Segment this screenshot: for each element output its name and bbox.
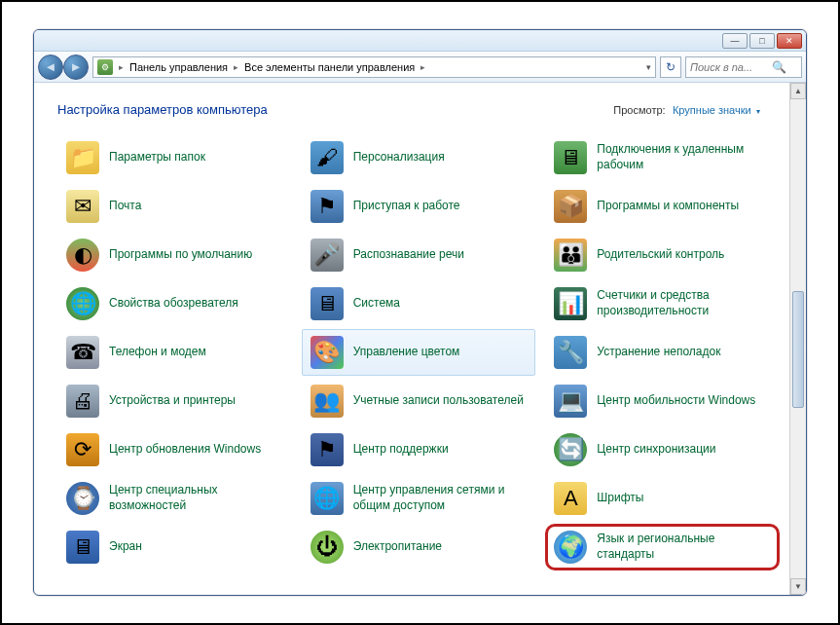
item-label: Центр мобильности Windows <box>597 393 755 409</box>
item-label: Подключения к удаленным рабочим <box>597 142 771 172</box>
item-label: Телефон и модем <box>109 345 206 360</box>
ic-color-icon: 🎨 <box>310 336 344 369</box>
close-button[interactable]: ✕ <box>777 33 802 49</box>
control-panel-item[interactable]: 🎤Распознавание речи <box>302 232 536 278</box>
control-panel-item[interactable]: 🎨Управление цветом <box>302 329 536 376</box>
control-panel-window: — □ ✕ ◄ ► ⚙ ▸ Панель управления ▸ Все эл… <box>33 29 807 596</box>
ic-net-icon: 🌐 <box>310 482 344 515</box>
navbar: ◄ ► ⚙ ▸ Панель управления ▸ Все элементы… <box>34 52 806 83</box>
control-panel-item[interactable]: ⚑Центр поддержки <box>302 426 536 473</box>
control-panel-item[interactable]: 🔧Устранение неполадок <box>545 329 780 376</box>
control-panel-item[interactable]: 📁Параметры папок <box>57 134 292 181</box>
control-panel-item[interactable]: 🌐Свойства обозревателя <box>57 280 292 327</box>
control-panel-item[interactable]: 📦Программы и компоненты <box>545 183 780 230</box>
control-panel-item[interactable]: AШрифты <box>545 475 780 522</box>
minimize-button[interactable]: — <box>722 33 748 49</box>
main-content: Настройка параметров компьютера Просмотр… <box>34 83 789 595</box>
control-panel-item[interactable]: 🖥Система <box>302 280 536 327</box>
ic-print-icon: 🖨 <box>66 385 99 418</box>
ic-globe-icon: 🌐 <box>66 287 99 320</box>
address-bar[interactable]: ⚙ ▸ Панель управления ▸ Все элементы пан… <box>92 56 656 78</box>
scroll-down-button[interactable]: ▼ <box>790 578 806 595</box>
scroll-track[interactable] <box>790 99 806 578</box>
scroll-up-button[interactable]: ▲ <box>790 83 806 99</box>
item-label: Параметры папок <box>109 150 205 165</box>
item-label: Центр синхронизации <box>597 442 715 458</box>
ic-update-icon: ⟳ <box>66 433 99 466</box>
ic-rdp-icon: 🖥 <box>554 141 587 174</box>
item-label: Свойства обозревателя <box>109 296 238 312</box>
control-panel-item[interactable]: 👥Учетные записи пользователей <box>302 378 536 424</box>
item-label: Центр управления сетями и общим доступом <box>353 483 528 513</box>
control-panel-item[interactable]: 🖥Подключения к удаленным рабочим <box>545 134 780 181</box>
items-grid: 📁Параметры папок🖌Персонализация🖥Подключе… <box>57 134 780 570</box>
ic-mail-icon: ✉ <box>66 190 99 223</box>
item-label: Программы и компоненты <box>597 199 739 214</box>
view-label: Просмотр: <box>613 104 665 116</box>
item-label: Программы по умолчанию <box>109 247 252 263</box>
search-input[interactable] <box>690 61 768 73</box>
control-panel-item[interactable]: 🖥Экран <box>57 524 292 570</box>
scroll-thumb[interactable] <box>792 291 804 408</box>
ic-sync-icon: 🔄 <box>554 433 587 466</box>
item-label: Распознавание речи <box>353 247 464 263</box>
item-label: Родительский контроль <box>597 247 724 263</box>
breadcrumb-root[interactable]: Панель управления <box>129 61 228 73</box>
ic-users-icon: 👥 <box>310 385 344 418</box>
item-label: Центр обновления Windows <box>109 442 261 458</box>
control-panel-item[interactable]: 🖨Устройства и принтеры <box>57 378 292 424</box>
ic-mic-icon: 🎤 <box>310 239 344 272</box>
control-panel-item[interactable]: 📊Счетчики и средства производительности <box>545 280 780 327</box>
ic-perf-icon: 📊 <box>554 287 587 320</box>
ic-special-icon: ⌚ <box>66 482 99 515</box>
breadcrumb-sep: ▸ <box>234 62 238 72</box>
back-button[interactable]: ◄ <box>38 55 63 80</box>
ic-folder-icon: 📁 <box>66 141 99 174</box>
control-panel-item[interactable]: 🌐Центр управления сетями и общим доступо… <box>302 475 536 522</box>
view-selector[interactable]: Крупные значки <box>673 104 751 116</box>
control-panel-item[interactable]: 👪Родительский контроль <box>545 232 780 278</box>
chevron-down-icon: ▾ <box>756 107 760 116</box>
control-panel-item[interactable]: ✉Почта <box>57 183 292 230</box>
breadcrumb-sub[interactable]: Все элементы панели управления <box>244 61 415 73</box>
ic-screen-icon: 🖥 <box>66 531 99 564</box>
item-label: Почта <box>109 199 141 214</box>
refresh-button[interactable]: ↻ <box>660 56 681 78</box>
forward-button[interactable]: ► <box>63 55 89 80</box>
control-panel-item[interactable]: ⟳Центр обновления Windows <box>57 426 292 473</box>
scrollbar[interactable]: ▲ ▼ <box>789 83 806 595</box>
item-label: Система <box>353 296 400 312</box>
breadcrumb-sep: ▸ <box>119 62 124 72</box>
control-panel-item[interactable]: 🌍Язык и региональные стандарты <box>545 524 780 570</box>
ic-brush-icon: 🖌 <box>310 141 344 174</box>
control-panel-item[interactable]: ⚑Приступая к работе <box>302 183 536 230</box>
search-icon: 🔍 <box>772 60 786 74</box>
control-panel-item[interactable]: 🔄Центр синхронизации <box>545 426 780 473</box>
breadcrumb-sep: ▸ <box>420 62 425 72</box>
ic-flag-icon: ⚑ <box>310 190 344 223</box>
search-box[interactable]: 🔍 <box>685 56 802 78</box>
control-panel-item[interactable]: ⌚Центр специальных возможностей <box>57 475 292 522</box>
item-label: Счетчики и средства производительности <box>597 288 771 318</box>
item-label: Центр специальных возможностей <box>109 483 283 513</box>
ic-prog-icon: 📦 <box>554 190 587 223</box>
maximize-button[interactable]: □ <box>749 33 775 49</box>
control-panel-item[interactable]: ◐Программы по умолчанию <box>57 232 292 278</box>
item-label: Учетные записи пользователей <box>353 393 524 409</box>
item-label: Персонализация <box>353 150 445 165</box>
control-panel-item[interactable]: 💻Центр мобильности Windows <box>545 378 780 424</box>
address-dropdown-icon[interactable]: ▾ <box>646 62 651 72</box>
item-label: Экран <box>109 539 142 555</box>
item-label: Управление цветом <box>353 345 460 360</box>
item-label: Центр поддержки <box>353 442 449 458</box>
item-label: Язык и региональные стандарты <box>597 532 771 562</box>
ic-support-icon: ⚑ <box>310 433 344 466</box>
control-panel-item[interactable]: ⏻Электропитание <box>302 524 536 570</box>
control-panel-item[interactable]: 🖌Персонализация <box>302 134 536 181</box>
control-panel-item[interactable]: ☎Телефон и модем <box>57 329 292 376</box>
ic-phone-icon: ☎ <box>66 336 99 369</box>
ic-sys-icon: 🖥 <box>310 287 344 320</box>
item-label: Электропитание <box>353 539 442 555</box>
ic-parent-icon: 👪 <box>554 239 587 272</box>
ic-def-icon: ◐ <box>66 239 99 272</box>
